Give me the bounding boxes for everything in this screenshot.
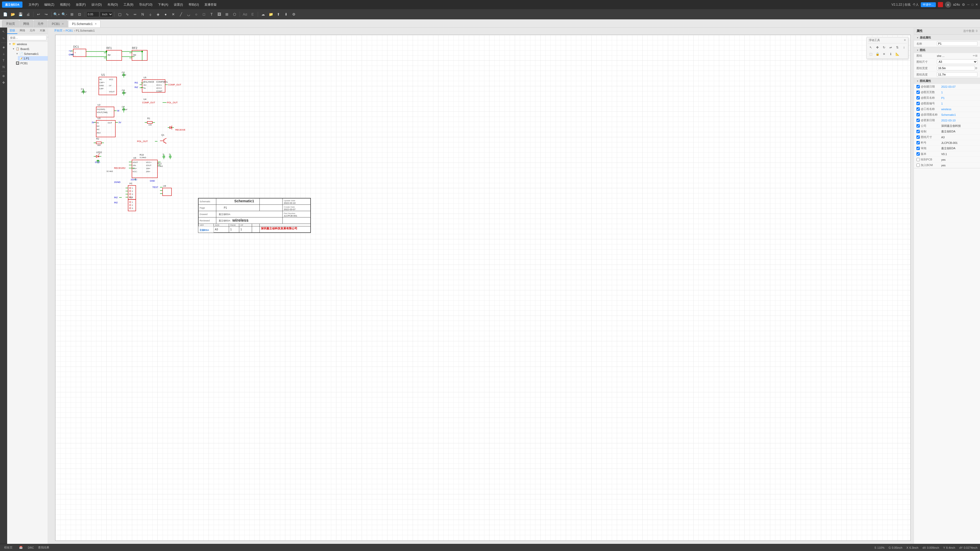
toolbar-gear[interactable]: ⚙ bbox=[290, 11, 298, 18]
prop-page-num-check[interactable] bbox=[916, 102, 920, 105]
toolbar-arc[interactable]: ◡ bbox=[185, 11, 192, 18]
toolbar-junction[interactable]: ● bbox=[162, 11, 169, 18]
left-tab-object[interactable]: 对象 bbox=[38, 27, 48, 34]
menu-live[interactable]: 直播答疑 bbox=[202, 2, 219, 8]
schematic-drawing[interactable]: DC1 + - +V GND RF1 RF bbox=[56, 35, 910, 540]
menu-view[interactable]: 视图(V) bbox=[57, 2, 73, 8]
toolbar-power[interactable]: ⏚ bbox=[147, 11, 154, 18]
toolbar-net-label[interactable]: N bbox=[139, 11, 146, 18]
prop-version-check[interactable] bbox=[916, 152, 920, 156]
float-tools-close[interactable]: ✕ bbox=[904, 38, 906, 42]
ftool-move[interactable]: ✥ bbox=[874, 44, 880, 51]
canvas-area[interactable]: 开始页 › PCB1 › P1.Schematic1 浮动工具 ✕ ↖ ✥ ↻ … bbox=[48, 27, 914, 544]
breadcrumb-start[interactable]: 开始页 bbox=[54, 29, 62, 32]
basic-section-title[interactable]: 基础属性 bbox=[914, 35, 980, 41]
user-avatar[interactable]: a bbox=[945, 2, 951, 8]
maximize-button[interactable]: □ bbox=[972, 3, 974, 6]
menu-edit[interactable]: 编辑(Z) bbox=[41, 2, 57, 8]
toolbar-zoom-select[interactable]: ⊡ bbox=[76, 11, 83, 18]
ftool-mirror-v[interactable]: ⇅ bbox=[894, 44, 900, 51]
prop-update-date-check[interactable] bbox=[916, 119, 920, 122]
left-icon-net[interactable]: N bbox=[0, 64, 6, 70]
ftool-rotate[interactable]: ↻ bbox=[881, 44, 887, 51]
prop-create-date-check[interactable] bbox=[916, 85, 920, 88]
toolbar-text[interactable]: T bbox=[208, 11, 215, 18]
prop-width-input[interactable] bbox=[937, 66, 975, 70]
ftool-delete[interactable]: ✕ bbox=[881, 51, 887, 57]
toolbar-print[interactable]: 🖨 bbox=[24, 11, 32, 18]
toolbar-select[interactable]: ▢ bbox=[116, 11, 123, 18]
toolbar-zoom-out[interactable]: 🔍- bbox=[61, 11, 68, 18]
tab-schematic[interactable]: P1.Schematic1 ✕ bbox=[68, 20, 100, 27]
toolbar-save[interactable]: 💾 bbox=[17, 11, 24, 18]
menu-export[interactable]: 导出(F10) bbox=[137, 2, 155, 8]
page-section-title[interactable]: 图纸 bbox=[914, 47, 980, 53]
tree-item-board1[interactable]: ▼ 📋 Board1 bbox=[11, 46, 48, 51]
toolbar-redo[interactable]: ↪ bbox=[43, 11, 50, 18]
prop-size-select[interactable]: A3 A4 A2 A1 bbox=[937, 59, 977, 64]
status-find[interactable]: 查找结果 bbox=[38, 546, 49, 549]
toolbar-cloud[interactable]: ☁ bbox=[259, 11, 267, 18]
tab-pcb-close[interactable]: ✕ bbox=[62, 22, 64, 25]
prop-sheet-edit[interactable]: ✏ bbox=[973, 54, 975, 57]
ftool-measure[interactable]: 📐 bbox=[894, 51, 900, 57]
tab-network[interactable]: 网络 bbox=[19, 20, 33, 27]
tab-schematic-close[interactable]: ✕ bbox=[95, 22, 97, 25]
toolbar-folder[interactable]: 📁 bbox=[267, 11, 274, 18]
prop-width-settings[interactable]: ⚙ bbox=[975, 67, 977, 70]
upgrade-badge[interactable]: 申请中... bbox=[921, 2, 935, 7]
toolbar-bus[interactable]: ═ bbox=[131, 11, 138, 18]
toolbar-image[interactable]: 🖼 bbox=[216, 11, 223, 18]
settings-icon[interactable]: ⚙ bbox=[962, 3, 965, 6]
menu-design[interactable]: 设计(D) bbox=[89, 2, 104, 8]
prop-part-number-check[interactable] bbox=[916, 141, 920, 144]
left-icon-wire[interactable]: ∿ bbox=[0, 35, 6, 41]
netlabel-in2-c[interactable]: IN2 bbox=[114, 201, 118, 204]
menu-order[interactable]: 下单(A) bbox=[156, 2, 171, 8]
menu-tools[interactable]: 工具(9) bbox=[121, 2, 136, 8]
prop-drawed-check[interactable] bbox=[916, 130, 920, 133]
prop-sheet-size-check[interactable] bbox=[916, 135, 920, 139]
left-icon-zoom[interactable]: ⊕ bbox=[0, 73, 6, 79]
toolbar-zoom-in[interactable]: 🔍+ bbox=[53, 11, 60, 18]
page-props-title[interactable]: 图纸属性 bbox=[914, 78, 980, 84]
tab-pcb[interactable]: PCB1 ✕ bbox=[48, 20, 68, 27]
prop-to-pcb-check[interactable] bbox=[916, 158, 920, 161]
toolbar-circle[interactable]: ○ bbox=[192, 11, 200, 18]
toolbar-zoom-fit[interactable]: ⊞ bbox=[68, 11, 76, 18]
prop-bom-check[interactable] bbox=[916, 164, 920, 167]
left-icon-select[interactable]: ↖ bbox=[0, 29, 6, 35]
breadcrumb-pcb[interactable]: PCB1 bbox=[65, 29, 73, 32]
status-drc[interactable]: DRC bbox=[28, 546, 34, 549]
power-gnd-3[interactable]: GND bbox=[150, 179, 155, 182]
close-button[interactable]: ✕ bbox=[975, 3, 978, 6]
prop-schematic-name-check[interactable] bbox=[916, 113, 920, 116]
netlabel-receive[interactable]: RECEIVE bbox=[175, 129, 186, 131]
left-tab-network[interactable]: 网络 bbox=[18, 27, 27, 34]
prop-page-name-check[interactable] bbox=[916, 96, 920, 100]
tree-item-pcb1[interactable]: 🔲 PCB1 bbox=[14, 61, 48, 65]
prop-project-name-check[interactable] bbox=[916, 107, 920, 111]
prop-company-check[interactable] bbox=[916, 124, 920, 127]
ftool-select[interactable]: ↖ bbox=[868, 44, 874, 51]
toolbar-undo[interactable]: ↩ bbox=[35, 11, 42, 18]
prop-height-input[interactable] bbox=[937, 72, 977, 77]
schematic-canvas[interactable]: 浮动工具 ✕ ↖ ✥ ↻ ⇌ ⇅ ↕ ⬚ 🔒 ✕ ℹ 📐 bbox=[55, 35, 911, 541]
toolbar-line[interactable]: ╱ bbox=[177, 11, 185, 18]
toolbar-no-connect[interactable]: ✕ bbox=[170, 11, 177, 18]
prop-reviewed-check[interactable] bbox=[916, 147, 920, 150]
tab-components[interactable]: 元件 bbox=[34, 20, 48, 27]
menu-place[interactable]: 放置(F) bbox=[73, 2, 88, 8]
toolbar-open[interactable]: 📂 bbox=[9, 11, 16, 18]
toolbar-table[interactable]: ⊞ bbox=[223, 11, 231, 18]
menu-file[interactable]: 文件(F) bbox=[26, 2, 41, 8]
menu-help[interactable]: 帮助(U) bbox=[186, 2, 202, 8]
menu-layout[interactable]: 布局(O) bbox=[105, 2, 121, 8]
prop-sheet-expand[interactable]: ⊞ bbox=[975, 54, 977, 57]
left-icon-pan[interactable]: ✥ bbox=[0, 79, 6, 86]
toolbar-upload[interactable]: ⬆ bbox=[275, 11, 282, 18]
left-icon-power[interactable]: ⏚ bbox=[0, 51, 6, 57]
tree-item-wireless[interactable]: ▼ 📁 wireless bbox=[7, 41, 48, 46]
prop-name-input[interactable] bbox=[937, 41, 977, 46]
ftool-lock[interactable]: 🔒 bbox=[874, 51, 880, 57]
